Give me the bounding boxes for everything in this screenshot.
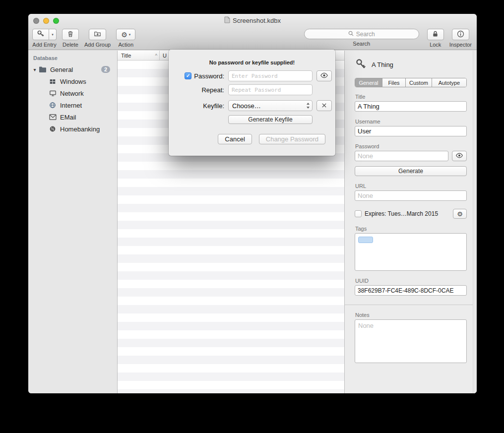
generate-password-button[interactable]: Generate — [355, 166, 467, 176]
tab-files[interactable]: Files — [382, 78, 406, 87]
key-plus-icon — [37, 30, 45, 40]
disclosure-triangle-icon[interactable]: ▾ — [31, 67, 38, 72]
url-field-label: URL — [355, 183, 467, 189]
action-button[interactable]: ⚙ ▾ — [116, 29, 135, 40]
search-label: Search — [353, 41, 370, 47]
info-icon — [457, 30, 464, 39]
close-icon — [321, 102, 327, 110]
uuid-field[interactable] — [355, 285, 467, 296]
column-username-label: U — [163, 53, 167, 59]
dialog-repeat-input[interactable] — [228, 84, 313, 95]
popup-stepper-icon — [306, 102, 310, 109]
search-input[interactable]: Search — [304, 29, 419, 39]
generate-keyfile-button[interactable]: Generate Keyfile — [228, 115, 313, 124]
inspector-scrollbar[interactable] — [473, 51, 477, 393]
close-window-button[interactable] — [33, 18, 39, 24]
inspector-divider — [345, 305, 477, 305]
username-field-label: Username — [355, 119, 467, 124]
add-group-label: Add Group — [84, 42, 111, 48]
tag-chip[interactable] — [358, 237, 373, 243]
column-header-title[interactable]: Title ^ — [118, 51, 159, 60]
entry-title: A Thing — [372, 61, 393, 68]
sidebar-item-label: EMail — [60, 114, 76, 121]
search-icon — [348, 31, 354, 38]
sidebar-item-internet[interactable]: Internet — [28, 99, 117, 111]
expires-label: Expires: Tues…March 2015 — [365, 210, 450, 217]
dialog-message: No password or keyfile supplied! — [169, 50, 335, 65]
lock-label: Lock — [430, 42, 441, 48]
eye-icon — [455, 152, 463, 160]
notes-field[interactable] — [355, 319, 467, 363]
sidebar-item-general[interactable]: ▾ General 2 — [28, 63, 117, 75]
titlebar: Screenshot.kdbx — [28, 14, 477, 27]
mail-icon — [48, 113, 57, 121]
add-entry-button[interactable]: ▾ — [32, 29, 57, 40]
sidebar-item-label: Network — [60, 90, 84, 97]
inspector-tabs: General Files Custom Autotype — [355, 78, 467, 87]
uuid-field-label: UUID — [355, 278, 467, 284]
clear-keyfile-button[interactable] — [316, 100, 332, 111]
tags-field-label: Tags — [355, 226, 467, 232]
dialog-password-label: Password: — [194, 72, 224, 80]
dialog-repeat-label: Repeat: — [201, 86, 224, 94]
window-chrome: Screenshot.kdbx ▾ Add — [28, 14, 477, 50]
username-field[interactable] — [355, 126, 467, 136]
chevron-down-icon: ▾ — [129, 33, 131, 37]
globe-icon — [48, 101, 57, 109]
inspector-panel: A Thing General Files Custom Autotype Ti… — [345, 51, 477, 393]
sidebar: Database ▾ General 2 Windows — [28, 51, 118, 393]
windows-icon — [48, 77, 57, 85]
password-checkbox[interactable]: ✓ — [185, 72, 191, 79]
gear-icon: ⚙ — [457, 210, 463, 218]
sidebar-item-network[interactable]: Network — [28, 87, 117, 99]
password-field[interactable] — [355, 151, 448, 161]
delete-label: Delete — [63, 42, 78, 48]
keyfile-popup-button[interactable]: Choose… — [228, 100, 313, 111]
lock-button[interactable] — [427, 29, 444, 40]
add-entry-dropdown[interactable]: ▾ — [49, 29, 57, 40]
key-icon — [355, 58, 367, 71]
dialog-password-input[interactable] — [228, 70, 313, 81]
sidebar-item-label: Windows — [60, 78, 86, 85]
tab-autotype[interactable]: Autotype — [432, 78, 466, 87]
tab-general[interactable]: General — [355, 78, 382, 87]
expires-settings-button[interactable]: ⚙ — [453, 209, 467, 219]
coin-icon — [48, 125, 57, 133]
cancel-button[interactable]: Cancel — [218, 134, 252, 144]
document-icon — [224, 16, 230, 25]
add-group-button[interactable] — [89, 29, 106, 40]
inspector-button[interactable] — [452, 29, 469, 40]
column-title-label: Title — [121, 53, 131, 59]
tab-custom[interactable]: Custom — [406, 78, 432, 87]
sidebar-item-homebanking[interactable]: Homebanking — [28, 123, 117, 135]
traffic-lights — [33, 18, 59, 24]
change-password-button[interactable]: Change Password — [259, 134, 325, 144]
minimize-window-button[interactable] — [43, 18, 49, 24]
url-field[interactable] — [355, 190, 467, 201]
checkmark-icon: ✓ — [186, 73, 190, 78]
reveal-password-button[interactable] — [452, 151, 467, 161]
notes-field-label: Notes — [355, 312, 467, 318]
delete-button[interactable] — [62, 29, 79, 40]
sidebar-item-email[interactable]: EMail — [28, 111, 117, 123]
zoom-window-button[interactable] — [53, 18, 59, 24]
sidebar-item-windows[interactable]: Windows — [28, 75, 117, 87]
folder-icon — [38, 65, 47, 73]
sidebar-item-label: Homebanking — [60, 125, 100, 133]
network-icon — [48, 89, 57, 97]
dialog-keyfile-label: Keyfile: — [203, 102, 224, 110]
password-field-label: Password — [355, 143, 467, 149]
column-header-username[interactable]: U — [160, 51, 167, 60]
folder-plus-icon — [94, 30, 101, 39]
sort-ascending-icon: ^ — [155, 53, 157, 58]
toolbar: ▾ Add Entry Delete — [28, 27, 477, 50]
eye-icon — [320, 72, 328, 80]
expires-checkbox[interactable] — [355, 210, 362, 217]
sidebar-header: Database — [28, 54, 117, 63]
tags-field[interactable] — [355, 233, 467, 271]
add-entry-label: Add Entry — [32, 42, 56, 48]
gear-icon: ⚙ — [121, 31, 127, 38]
search-placeholder: Search — [356, 31, 375, 38]
dialog-reveal-password-button[interactable] — [316, 70, 332, 81]
title-field[interactable] — [355, 101, 467, 112]
